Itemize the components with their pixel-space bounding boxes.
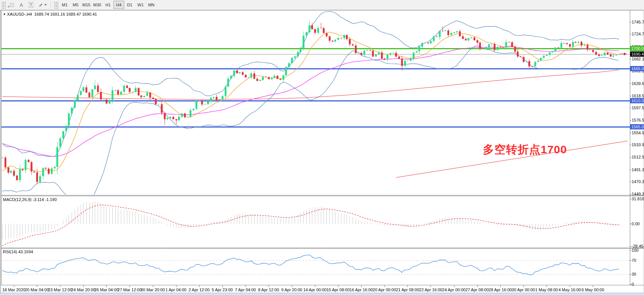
timeframe-mn-button[interactable]: MN — [146, 1, 157, 9]
text-box-tool-button[interactable]: T — [26, 1, 36, 9]
diagonal-arrows-icon — [38, 3, 43, 7]
text-box-icon: T — [29, 2, 34, 7]
timeframe-h1-button[interactable]: H1 — [103, 1, 113, 9]
macd-panel[interactable] — [1, 196, 629, 247]
grid-dots-icon — [10, 3, 14, 7]
toolbar-drag-handle[interactable] — [1, 1, 6, 9]
text-label-tool-button[interactable]: A — [16, 1, 26, 9]
arrow-tool-button[interactable] — [36, 1, 49, 9]
timeframe-drag-handle[interactable] — [54, 1, 58, 9]
grid-f-label: F — [8, 5, 10, 9]
letter-a-icon: A — [20, 2, 23, 8]
timeframe-m1-button[interactable]: M1 — [59, 1, 70, 9]
dropdown-caret-icon — [44, 4, 47, 6]
grid-tool-button[interactable]: F — [7, 1, 16, 9]
timeframe-m15-button[interactable]: M15 — [81, 1, 92, 9]
timeframe-m30-button[interactable]: M30 — [92, 1, 103, 9]
price-axis[interactable] — [630, 10, 644, 285]
timeframe-d1-button[interactable]: D1 — [124, 1, 135, 9]
toolbar: F A T M1 M5 M15 M30 H1 H4 D1 W1 MN — [0, 0, 644, 10]
main-chart-panel[interactable] — [1, 10, 629, 195]
toolbar-separator — [51, 1, 51, 9]
timeframe-h4-button[interactable]: H4 — [113, 1, 124, 9]
mt4-window: F A T M1 M5 M15 M30 H1 H4 D1 W1 MN — [0, 0, 644, 295]
rsi-panel[interactable] — [1, 249, 629, 285]
timeframe-m5-button[interactable]: M5 — [70, 1, 81, 9]
timeframe-w1-button[interactable]: W1 — [135, 1, 146, 9]
time-axis[interactable] — [1, 285, 629, 293]
bottom-strip — [0, 293, 644, 295]
